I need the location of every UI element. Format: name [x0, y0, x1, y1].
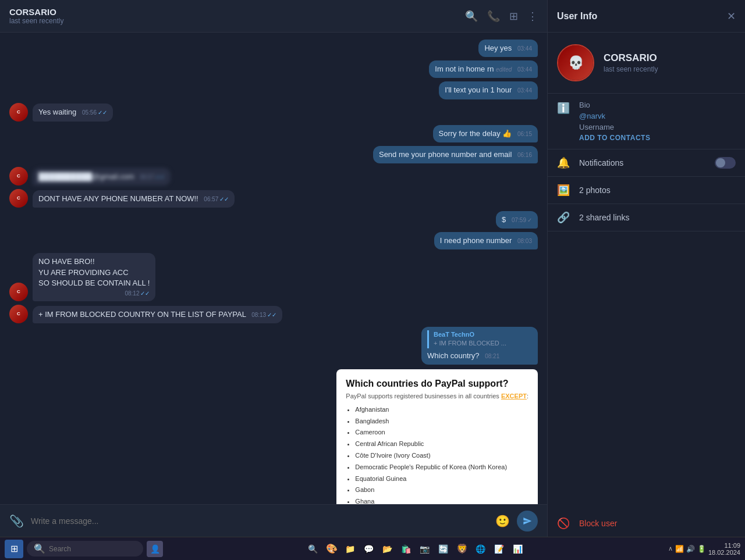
taskbar-icon-text[interactable]: 📝 — [491, 541, 508, 557]
links-row[interactable]: 🔗 2 shared links — [548, 204, 745, 231]
chat-header-actions: 🔍 📞 ⊞ ⋮ — [465, 10, 538, 23]
table-row: Im not in home rn edited 03:44 — [9, 60, 538, 78]
attachment-icon[interactable]: 📎 — [9, 514, 24, 528]
table-row: Hey yes 03:44 — [9, 40, 538, 57]
taskbar-icon-chrome[interactable]: 🌐 — [473, 541, 489, 557]
layout-icon[interactable]: ⊞ — [509, 10, 518, 23]
message-time: 08:03 — [517, 237, 532, 245]
message-text: I'll text you in 1 hour — [445, 85, 512, 94]
photos-row[interactable]: 🖼️ 2 photos — [548, 177, 745, 204]
list-item: Central African Republic — [355, 438, 528, 450]
table-row: C ██████████@gmail.com 06:57 ✓✓ — [9, 167, 538, 186]
tray-icon-up[interactable]: ∧ — [668, 545, 673, 552]
system-tray: ∧ 📶 🔊 🔋 11:09 18.02.2024 — [668, 542, 740, 556]
list-item: Democratic People's Republic of Korea (N… — [355, 462, 528, 473]
message-input[interactable] — [31, 516, 488, 526]
profile-section: 💀 CORSARIO last seen recently — [548, 33, 745, 94]
taskbar-search[interactable]: 🔍 — [27, 541, 143, 557]
profile-status: last seen recently — [604, 65, 658, 73]
bio-label: Bio — [579, 101, 650, 109]
list-item: Côte D'Ivoire (Ivory Coast) — [355, 450, 528, 462]
message-text: Im not in home rn — [435, 65, 494, 73]
message-text: Yes waiting — [38, 108, 76, 116]
system-clock: 11:09 18.02.2024 — [708, 542, 740, 556]
taskbar-center: 🔍 🎨 📁 💬 📂 🛍️ 📷 🔄 🦁 🌐 📝 📊 — [305, 541, 526, 557]
read-ticks: ✓✓ — [219, 195, 229, 204]
message-time: 06:57 ✓✓ — [140, 173, 165, 181]
message-time: 03:44 — [517, 87, 532, 95]
taskbar-icon-store[interactable]: 🛍️ — [398, 541, 414, 557]
list-item: Cameroon — [355, 427, 528, 438]
reply-block: BeaT TechnO + IM FROM BLOCKED ... — [427, 330, 532, 348]
taskbar-user-icon[interactable]: 👤 — [147, 541, 163, 557]
reply-text: + IM FROM BLOCKED ... — [434, 339, 532, 348]
taskbar-left: ⊞ 🔍 👤 — [5, 540, 163, 558]
list-item: Afghanistan — [355, 404, 528, 416]
chat-header: CORSARIO last seen recently 🔍 📞 ⊞ ⋮ — [0, 0, 547, 33]
bio-content: Bio @narvk Username ADD TO CONTACTS — [579, 101, 650, 142]
message-bubble: Sorry for the delay 👍 06:15 — [433, 125, 538, 142]
table-row: I'll text you in 1 hour 03:44 — [9, 81, 538, 99]
message-time: 06:16 — [517, 151, 532, 159]
emoji-button[interactable]: 🙂 — [495, 514, 510, 528]
taskbar-icon-files[interactable]: 📂 — [379, 541, 396, 557]
taskbar-icon-photos[interactable]: 📷 — [417, 541, 433, 557]
taskbar-icon-transfer[interactable]: 🔄 — [435, 541, 452, 557]
message-bubble: ██████████@gmail.com 06:57 ✓✓ — [33, 168, 171, 186]
more-icon[interactable]: ⋮ — [527, 10, 538, 23]
taskbar-icon-search[interactable]: 🔍 — [305, 541, 321, 557]
taskbar-icon-colorful[interactable]: 🎨 — [324, 541, 340, 557]
list-item: Gabon — [355, 484, 528, 496]
paypal-countries-list: Afghanistan Bangladesh Cameroon Central … — [346, 404, 528, 504]
list-item: Ghana — [355, 496, 528, 504]
phone-icon[interactable]: 📞 — [487, 10, 500, 23]
taskbar-icon-teams[interactable]: 💬 — [361, 541, 377, 557]
block-label: Block user — [579, 519, 617, 528]
info-icon: ℹ️ — [557, 102, 570, 115]
clock-date: 18.02.2024 — [708, 549, 740, 556]
message-time: 03:44 — [517, 66, 532, 74]
chat-area: CORSARIO last seen recently 🔍 📞 ⊞ ⋮ Hey … — [0, 0, 547, 537]
message-text: Which country? — [427, 351, 480, 360]
paypal-except-word: EXCEPT — [501, 393, 527, 400]
taskbar-search-icon: 🔍 — [34, 543, 45, 554]
avatar: C — [9, 283, 28, 301]
read-ticks: ✓✓ — [98, 109, 107, 117]
block-user-section[interactable]: 🚫 Block user — [548, 510, 745, 537]
read-ticks: ✓✓ — [267, 311, 276, 319]
add-contacts-button[interactable]: ADD TO CONTACTS — [579, 134, 650, 142]
taskbar-icon-app[interactable]: 📊 — [510, 541, 526, 557]
message-bubble: Send me your phone number and email 06:1… — [373, 146, 538, 163]
user-info-title: User Info — [557, 11, 597, 22]
table-row: C NO HAVE BRO!! YU ARE PROVIDING ACC SO … — [9, 253, 538, 301]
avatar: C — [9, 189, 28, 208]
user-info-panel: User Info ✕ 💀 CORSARIO last seen recentl… — [547, 0, 745, 537]
reply-name: BeaT TechnO — [434, 330, 532, 339]
message-input-bar: 📎 🙂 — [0, 504, 547, 537]
close-button[interactable]: ✕ — [727, 10, 736, 23]
photos-icon: 🖼️ — [557, 184, 570, 197]
message-bubble: Hey yes 03:44 — [478, 40, 538, 57]
paypal-card-title: Which countries do PayPal support? — [346, 379, 528, 389]
username-label: Username — [579, 123, 650, 131]
taskbar-icon-brave[interactable]: 🦁 — [454, 541, 470, 557]
send-button[interactable] — [517, 511, 538, 532]
search-icon[interactable]: 🔍 — [465, 10, 478, 23]
taskbar-search-input[interactable] — [49, 545, 119, 553]
message-time: 08:13 ✓✓ — [251, 311, 276, 319]
taskbar-icon-folder[interactable]: 📁 — [342, 541, 359, 557]
message-time: 05:56 ✓✓ — [82, 109, 107, 117]
message-text: + IM FROM BLOCKED COUNTRY ON THE LIST OF… — [38, 310, 246, 319]
chat-contact-name: CORSARIO — [9, 7, 63, 17]
message-time: 06:57 ✓✓ — [204, 195, 229, 204]
read-ticks: ✓✓ — [140, 290, 150, 298]
table-row: Send me your phone number and email 06:1… — [9, 146, 538, 163]
windows-button[interactable]: ⊞ — [5, 540, 23, 558]
message-text: NO HAVE BRO!! YU ARE PROVIDING ACC SO SH… — [38, 257, 150, 287]
message-bubble: I need phone number 08:03 — [434, 232, 538, 249]
profile-avatar: 💀 — [557, 44, 594, 81]
notifications-toggle[interactable] — [715, 157, 736, 169]
message-time: 07:59 ✓ — [512, 216, 532, 224]
links-label: 2 shared links — [579, 213, 736, 222]
paypal-card: Which countries do PayPal support? PayPa… — [336, 369, 538, 504]
